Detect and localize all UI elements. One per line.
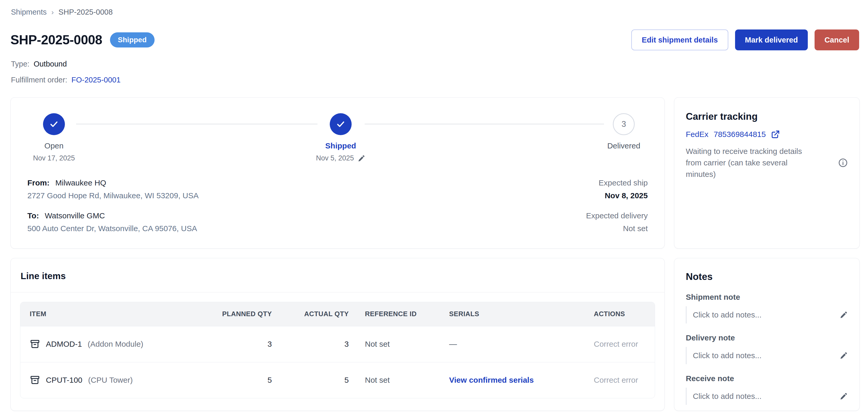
address-block: From: Milwaukee HQ 2727 Good Hope Rd, Mi… (27, 176, 198, 235)
actual-qty: 5 (272, 362, 349, 398)
mark-delivered-button[interactable]: Mark delivered (735, 29, 808, 50)
step-shipped-label: Shipped (325, 141, 356, 150)
tracking-number: 785369844815 (714, 130, 766, 139)
breadcrumb-current: SHP-2025-0008 (58, 8, 113, 17)
shipment-type-row: Type: Outbound (11, 60, 868, 68)
delivery-note-field[interactable]: Click to add notes... (686, 347, 848, 364)
step-shipped: Shipped Nov 5, 2025 (291, 113, 390, 162)
item-sku: CPUT-100 (46, 376, 82, 385)
edit-receive-note-pencil-icon[interactable] (840, 392, 848, 400)
table-row: CPUT-100 (CPU Tower) 5 5 Not set View co… (20, 362, 655, 398)
carrier-status-message: Waiting to receive tracking details from… (686, 145, 819, 180)
delivery-note-placeholder: Click to add notes... (693, 351, 762, 360)
shipment-note-field[interactable]: Click to add notes... (686, 306, 848, 324)
step-open-circle (43, 113, 65, 135)
notes-card: Notes Shipment note Click to add notes..… (674, 258, 860, 411)
column-actual-qty: ACTUAL QTY (272, 302, 349, 326)
notes-title: Notes (686, 271, 848, 282)
fulfillment-order-row: Fulfillment order: FO-2025-0001 (11, 76, 868, 84)
column-serials: SERIALS (449, 302, 594, 326)
expected-delivery-label: Expected delivery (586, 209, 648, 222)
edit-ship-date-pencil-icon[interactable] (358, 155, 366, 162)
carrier-tracking-link[interactable]: FedEx 785369844815 (686, 130, 848, 139)
delivery-note-label: Delivery note (686, 333, 848, 342)
item-sku: ADMOD-1 (46, 340, 82, 348)
planned-qty: 3 (200, 326, 272, 362)
type-label: Type: (11, 60, 29, 68)
step-delivered-circle: 3 (613, 113, 635, 135)
from-name: Milwaukee HQ (55, 178, 106, 187)
reference-id: Not set (349, 326, 449, 362)
table-header-row: ITEM PLANNED QTY ACTUAL QTY REFERENCE ID… (20, 302, 655, 326)
fulfillment-order-label: Fulfillment order: (11, 76, 67, 84)
breadcrumb-separator: › (51, 8, 54, 17)
breadcrumb: Shipments › SHP-2025-0008 (0, 0, 868, 17)
external-link-icon (771, 130, 780, 139)
check-icon (335, 119, 346, 130)
carrier-tracking-card: Carrier tracking FedEx 785369844815 Wait… (674, 97, 860, 249)
step-shipped-circle (330, 113, 352, 135)
reference-id: Not set (349, 362, 449, 398)
planned-qty: 5 (200, 362, 272, 398)
shipment-overview-card: Open Nov 17, 2025 Shipped Nov 5, 2025 (10, 97, 665, 249)
view-confirmed-serials-link[interactable]: View confirmed serials (449, 376, 534, 384)
to-row: To: Watsonville GMC (27, 209, 198, 222)
info-icon[interactable] (838, 158, 848, 168)
column-actions: ACTIONS (594, 302, 655, 326)
check-icon (49, 119, 59, 130)
header-actions: Edit shipment details Mark delivered Can… (631, 29, 859, 50)
column-item: ITEM (20, 302, 200, 326)
serials-value: — (449, 326, 594, 362)
carrier-tracking-title: Carrier tracking (686, 111, 848, 122)
edit-shipment-details-button[interactable]: Edit shipment details (631, 29, 728, 50)
expected-dates-block: Expected ship Nov 8, 2025 Expected deliv… (586, 176, 648, 235)
step-open-label: Open (44, 141, 63, 150)
divider (11, 292, 664, 292)
content-grid: Open Nov 17, 2025 Shipped Nov 5, 2025 (10, 97, 860, 411)
step-open-date: Nov 17, 2025 (33, 154, 75, 162)
step-delivered: 3 Delivered (574, 113, 673, 150)
step-shipped-date: Nov 5, 2025 (316, 154, 366, 162)
type-value: Outbound (34, 60, 67, 68)
page-title: SHP-2025-0008 (10, 32, 102, 48)
item-name: (CPU Tower) (88, 376, 133, 385)
line-items-table: ITEM PLANNED QTY ACTUAL QTY REFERENCE ID… (20, 302, 655, 398)
actual-qty: 3 (272, 326, 349, 362)
item-name: (Addon Module) (88, 340, 143, 348)
from-label: From: (27, 178, 50, 187)
cancel-button[interactable]: Cancel (814, 29, 859, 50)
archive-box-icon (30, 375, 40, 385)
table-row: ADMOD-1 (Addon Module) 3 3 Not set — Cor… (20, 326, 655, 362)
receive-note-label: Receive note (686, 374, 848, 383)
to-name: Watsonville GMC (45, 211, 105, 220)
correct-error-button[interactable]: Correct error (594, 376, 638, 384)
archive-box-icon (30, 339, 40, 349)
step-delivered-number: 3 (621, 119, 626, 129)
addresses-section: From: Milwaukee HQ 2727 Good Hope Rd, Mi… (27, 176, 648, 235)
receive-note-placeholder: Click to add notes... (693, 392, 762, 401)
breadcrumb-shipments-link[interactable]: Shipments (11, 8, 46, 17)
expected-ship-value: Nov 8, 2025 (586, 189, 648, 202)
receive-note-field[interactable]: Click to add notes... (686, 388, 848, 405)
column-reference-id: REFERENCE ID (349, 302, 449, 326)
fulfillment-order-link[interactable]: FO-2025-0001 (71, 76, 121, 84)
shipment-note-label: Shipment note (686, 293, 848, 302)
edit-delivery-note-pencil-icon[interactable] (840, 352, 848, 360)
edit-shipment-note-pencil-icon[interactable] (840, 311, 848, 319)
column-planned-qty: PLANNED QTY (200, 302, 272, 326)
expected-ship-label: Expected ship (586, 176, 648, 189)
step-delivered-label: Delivered (607, 141, 641, 150)
status-badge: Shipped (110, 32, 154, 48)
shipment-progress-stepper: Open Nov 17, 2025 Shipped Nov 5, 2025 (27, 113, 648, 168)
correct-error-button[interactable]: Correct error (594, 340, 638, 348)
carrier-status-row: Waiting to receive tracking details from… (686, 145, 848, 180)
line-items-card: Line items ITEM PLANNED QTY ACTUAL QTY R… (10, 258, 665, 411)
shipment-note-placeholder: Click to add notes... (693, 310, 762, 319)
stepper-connector (76, 124, 317, 124)
step-shipped-date-value: Nov 5, 2025 (316, 154, 354, 162)
line-items-title: Line items (21, 271, 655, 281)
stepper-connector (365, 124, 604, 124)
expected-delivery-value: Not set (586, 222, 648, 235)
from-address: 2727 Good Hope Rd, Milwaukee, WI 53209, … (27, 189, 198, 202)
to-address: 500 Auto Center Dr, Watsonville, CA 9507… (27, 222, 198, 235)
